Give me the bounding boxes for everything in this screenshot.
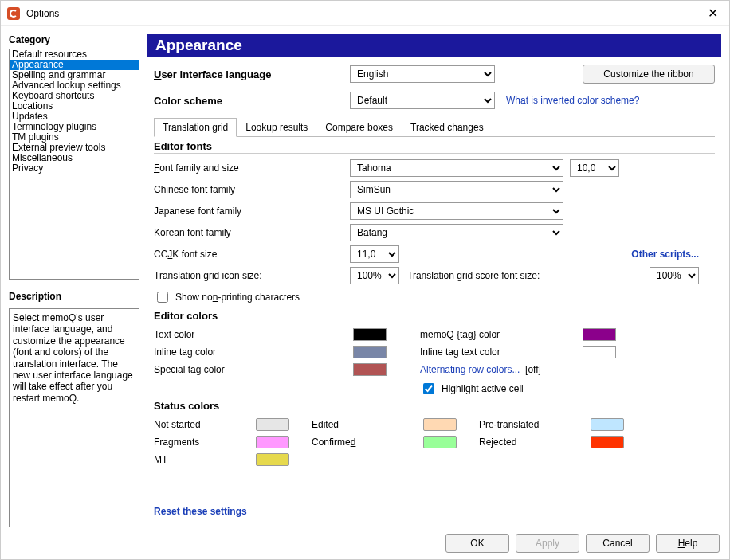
- tab[interactable]: Tracked changes: [402, 118, 493, 137]
- page-title: Appearance: [147, 34, 721, 57]
- editor-fonts-heading: Editor fonts: [154, 140, 715, 154]
- window-title: Options: [26, 8, 59, 19]
- text-color-swatch[interactable]: [353, 328, 387, 341]
- status-pretranslated-swatch[interactable]: [591, 418, 624, 431]
- category-item[interactable]: Privacy: [10, 163, 139, 174]
- ui-language-label: User interface language: [154, 69, 350, 80]
- inverted-scheme-link[interactable]: What is inverted color scheme?: [506, 95, 639, 106]
- inline-tag-color-label: Inline tag color: [154, 347, 350, 358]
- description-text: Select memoQ's user interface language, …: [9, 308, 139, 527]
- color-scheme-select[interactable]: Default: [350, 92, 495, 109]
- editor-colors-heading: Editor colors: [154, 310, 715, 323]
- grid-icon-size-label: Translation grid icon size:: [154, 270, 350, 281]
- titlebar: Options ✕: [1, 1, 729, 26]
- status-not-started-label: Not started: [154, 419, 248, 430]
- font-family-label: Font family and size: [154, 163, 350, 174]
- tab[interactable]: Translation grid: [154, 118, 237, 137]
- status-confirmed-label: Confirmed: [312, 437, 415, 448]
- dialog-footer: OK Apply Cancel Help: [1, 527, 729, 559]
- status-colors-heading: Status colors: [154, 400, 715, 413]
- status-not-started-swatch[interactable]: [256, 418, 289, 431]
- category-heading: Category: [9, 34, 139, 45]
- ccjk-size-label: CCJK font size: [154, 249, 350, 260]
- chinese-font-label: Chinese font family: [154, 184, 350, 195]
- description-heading: Description: [9, 291, 139, 302]
- score-font-size-select[interactable]: 100%: [650, 267, 699, 284]
- ccjk-size-select[interactable]: 11,0: [350, 245, 399, 263]
- highlight-active-cell-checkbox[interactable]: [423, 383, 434, 394]
- korean-font-select[interactable]: Batang: [350, 224, 563, 241]
- grid-icon-size-select[interactable]: 100%: [350, 267, 399, 284]
- status-fragments-label: Fragments: [154, 437, 248, 448]
- inline-tag-color-swatch[interactable]: [353, 346, 387, 358]
- customize-ribbon-button[interactable]: Customize the ribbon: [583, 65, 715, 84]
- tab[interactable]: Lookup results: [237, 118, 316, 137]
- sidebar: Category Default resourcesAppearanceSpel…: [9, 34, 139, 527]
- cancel-button[interactable]: Cancel: [586, 534, 650, 553]
- ok-button[interactable]: OK: [445, 534, 509, 553]
- japanese-font-select[interactable]: MS UI Gothic: [350, 202, 563, 220]
- inline-tag-text-color-swatch[interactable]: [583, 346, 616, 358]
- ui-language-select[interactable]: English: [350, 65, 495, 83]
- status-fragments-swatch[interactable]: [256, 436, 289, 448]
- apply-button[interactable]: Apply: [516, 534, 579, 553]
- alt-row-colors-state: [off]: [525, 364, 541, 375]
- color-scheme-label: Color scheme: [154, 95, 350, 107]
- korean-font-label: Korean font family: [154, 227, 350, 238]
- status-rejected-swatch[interactable]: [591, 436, 624, 448]
- inline-tag-text-color-label: Inline tag text color: [420, 347, 579, 358]
- status-mt-swatch[interactable]: [256, 453, 289, 466]
- text-color-label: Text color: [154, 329, 350, 340]
- status-confirmed-swatch[interactable]: [423, 436, 457, 448]
- status-pretranslated-label: Pre-translated: [479, 419, 583, 430]
- tag-color-label: memoQ {tag} color: [420, 329, 579, 340]
- chinese-font-select[interactable]: SimSun: [350, 181, 563, 198]
- nonprinting-label: Show non-printing characters: [175, 292, 300, 303]
- app-icon: [7, 7, 20, 20]
- reset-settings-link[interactable]: Reset these settings: [154, 506, 715, 517]
- main-panel: Appearance User interface language Engli…: [147, 34, 721, 527]
- score-font-size-label: Translation grid score font size:: [407, 270, 540, 281]
- tab[interactable]: Compare boxes: [316, 118, 402, 137]
- tag-color-swatch[interactable]: [583, 328, 616, 341]
- help-button[interactable]: Help: [656, 534, 720, 553]
- status-mt-label: MT: [154, 454, 248, 465]
- font-family-select[interactable]: Tahoma: [350, 159, 563, 177]
- highlight-active-cell-label: Highlight active cell: [442, 383, 524, 394]
- status-rejected-label: Rejected: [479, 437, 583, 448]
- category-list[interactable]: Default resourcesAppearanceSpelling and …: [9, 49, 139, 280]
- special-tag-color-label: Special tag color: [154, 364, 350, 375]
- nonprinting-checkbox[interactable]: [157, 292, 168, 303]
- other-scripts-link[interactable]: Other scripts...: [631, 249, 699, 260]
- alt-row-colors-link[interactable]: Alternating row colors...: [420, 364, 520, 375]
- japanese-font-label: Japanese font family: [154, 206, 350, 217]
- status-edited-label: Edited: [312, 419, 415, 430]
- status-edited-swatch[interactable]: [423, 418, 457, 431]
- special-tag-color-swatch[interactable]: [353, 363, 387, 376]
- options-window: Options ✕ Category Default resourcesAppe…: [0, 0, 730, 560]
- font-size-select[interactable]: 10,0: [570, 159, 619, 177]
- close-icon[interactable]: ✕: [703, 4, 723, 22]
- tab-bar: Translation gridLookup resultsCompare bo…: [154, 117, 715, 137]
